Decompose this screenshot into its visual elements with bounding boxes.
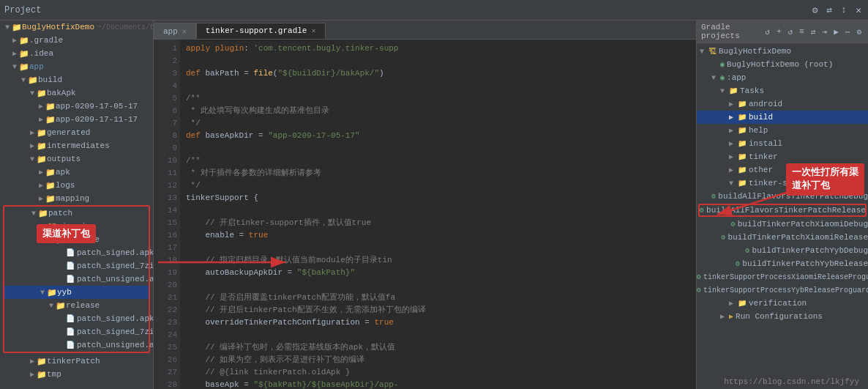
gradle-tinker[interactable]: ▶ 📁 tinker (697, 150, 868, 163)
expand-arrow[interactable]: ▼ (711, 74, 720, 82)
gradle-task-xiaomirelease[interactable]: ⚙ buildTinkerPatchXiaomiRelease (697, 231, 868, 244)
expand-arrow[interactable]: ▶ (37, 168, 45, 177)
tab-app[interactable]: app ✕ (154, 23, 196, 39)
tree-tinkerpatch[interactable]: ▶ 📁 tinkerPatch (0, 355, 153, 368)
expand-arrow[interactable]: ▶ (37, 102, 45, 111)
gradle-task-buildallflavorrelease[interactable]: ⚙ buildAllFlavorsTinkerPatchRelease (698, 204, 867, 217)
settings-icon[interactable]: ⚙ (810, 4, 820, 17)
gradle-add-icon[interactable]: + (774, 26, 784, 37)
gradle-install[interactable]: ▶ 📁 install (697, 137, 868, 150)
tree-app0209-1[interactable]: ▶ 📁 app-0209-17-05-17 (0, 100, 153, 113)
tree-tmp[interactable]: ▶ 📁 tmp (0, 368, 153, 381)
gradle-collapse-icon[interactable]: ⇥ (820, 26, 830, 37)
sort-icon[interactable]: ↕ (839, 4, 849, 17)
expand-arrow[interactable]: ▶ (28, 370, 37, 379)
gradle-tree[interactable]: ▼ 🏗 BuglyHotfixDemo ◉ BuglyHotfixDemo (r… (697, 43, 868, 389)
gradle-other[interactable]: ▶ 📁 other (697, 163, 868, 177)
expand-arrow[interactable]: ▼ (38, 289, 47, 297)
expand-arrow[interactable]: ▼ (38, 223, 47, 231)
gradle-task-buildallflavorsdebug[interactable]: ⚙ buildAllFlavorsTinkerPatchDebug (697, 190, 868, 203)
tree-patch-unsigned-apk[interactable]: 📄 patch_unsigned.apk (4, 273, 149, 286)
expand-arrow[interactable]: ▼ (28, 89, 37, 97)
expand-arrow[interactable]: ▶ (729, 126, 738, 135)
tab-tinker-support[interactable]: tinker-support.gradle ✕ (196, 23, 326, 39)
tree-app0209-2[interactable]: ▶ 📁 app-0209-17-11-17 (0, 113, 153, 126)
tree-yyb[interactable]: ▼ 📁 yyb (4, 286, 149, 299)
expand-arrow[interactable]: ▶ (10, 36, 19, 45)
tab-app-close[interactable]: ✕ (182, 27, 187, 36)
tree-yyb-patch-signed[interactable]: 📄 patch_signed.apk (4, 312, 149, 325)
expand-arrow[interactable]: ▶ (37, 115, 45, 124)
gradle-help[interactable]: ▶ 📁 help (697, 124, 868, 137)
gradle-expand-icon[interactable]: ⇄ (809, 26, 818, 37)
tree-outputs[interactable]: ▼ 📁 outputs (0, 152, 153, 166)
gradle-task-yybproguard[interactable]: ⚙ tinkerSupportProcessYybReleaseProguard (697, 284, 868, 297)
expand-arrow[interactable]: ▶ (720, 312, 729, 321)
tree-patch[interactable]: ▼ 📁 patch (4, 207, 149, 220)
gradle-more-icon[interactable]: ⋯ (843, 26, 853, 37)
expand-arrow[interactable]: ▼ (47, 302, 56, 310)
gradle-run-configs[interactable]: ▶ ▶ Run Configurations (697, 310, 868, 323)
tree-apk[interactable]: ▶ 📁 apk (0, 166, 153, 179)
expand-arrow[interactable]: ▶ (28, 128, 37, 137)
gradle-build[interactable]: ▶ 📁 build (697, 111, 868, 124)
expand-arrow[interactable]: ▼ (10, 63, 19, 71)
tree-xiaomi[interactable]: ▼ 📁 xiaomi (4, 220, 149, 233)
gradle-task-yybdebug[interactable]: ⚙ buildTinkerPatchYybDebug (697, 244, 868, 257)
tree-bakapk[interactable]: ▼ 📁 bakApk (0, 86, 153, 100)
gradle-app[interactable]: ▼ ◉ :app (697, 71, 868, 84)
expand-arrow[interactable]: ▼ (720, 87, 729, 95)
tree-gradle[interactable]: ▶ 📁 .gradle (0, 34, 153, 47)
expand-arrow[interactable]: ▼ (19, 76, 28, 84)
tab-tinker-close[interactable]: ✕ (311, 26, 315, 35)
gradle-task-xiaomiproguard[interactable]: ⚙ tinkerSupportProcessXiaomiReleaseProgu… (697, 270, 868, 284)
expand-arrow[interactable]: ▶ (10, 49, 19, 58)
gradle-root-entry[interactable]: ◉ BuglyHotfixDemo (root) (697, 58, 868, 71)
code-area[interactable]: 1234567891011121314151617181920212223242… (154, 40, 696, 389)
gradle-settings-icon[interactable]: ⚙ (854, 26, 864, 37)
tree-logs[interactable]: ▶ 📁 logs (0, 179, 153, 192)
expand-arrow[interactable]: ▶ (729, 152, 738, 161)
code-content[interactable]: apply plugin: 'com.tencent.bugly.tinker-… (180, 40, 696, 389)
expand-arrow[interactable]: ▶ (729, 139, 738, 148)
tree-patch-7zip-apk[interactable]: 📄 patch_signed_7zip.apk (4, 259, 149, 273)
expand-arrow[interactable]: ▶ (729, 113, 738, 122)
expand-arrow[interactable]: ▶ (37, 194, 45, 203)
expand-arrow[interactable]: ▶ (729, 299, 738, 308)
tree-yyb-patch-7zip[interactable]: 📄 patch_signed_7zip.apk (4, 325, 149, 338)
gradle-task-yybrelease[interactable]: ⚙ buildTinkerPatchYybRelease (697, 257, 868, 270)
expand-arrow[interactable]: ▼ (47, 236, 56, 244)
gradle-sync-icon[interactable]: ↺ (763, 26, 772, 37)
expand-arrow[interactable]: ▼ (700, 48, 708, 56)
gradle-verification[interactable]: ▶ 📁 verification (697, 297, 868, 310)
expand-arrow[interactable]: ▼ (729, 179, 738, 188)
tree-intermediates[interactable]: ▶ 📁 intermediates (0, 139, 153, 152)
expand-arrow[interactable]: ▶ (37, 181, 45, 190)
expand-arrow[interactable]: ▼ (3, 23, 12, 32)
expand-arrow[interactable]: ▶ (729, 100, 738, 108)
gradle-android[interactable]: ▶ 📁 android (697, 97, 868, 111)
tree-mapping[interactable]: ▶ 📁 mapping (0, 192, 153, 205)
gradle-tinker-support[interactable]: ▼ 📁 tinker-support (697, 177, 868, 190)
tree-app[interactable]: ▼ 📁 app (0, 60, 153, 73)
tree-root[interactable]: ▼ 📁 BuglyHotfixDemo ~/Documents/bugly/co… (0, 21, 153, 34)
tree-yyb-patch-unsigned[interactable]: 📄 patch_unsigned.apk (4, 338, 149, 352)
gradle-refresh-icon[interactable]: ↺ (786, 26, 796, 37)
expand-arrow[interactable]: ▶ (729, 166, 738, 174)
close-icon[interactable]: ✕ (853, 4, 864, 17)
tree-patch-signed-apk[interactable]: 📄 patch_signed.apk (4, 246, 149, 259)
tree-yyb-release[interactable]: ▼ 📁 release (4, 299, 149, 312)
gradle-tasks[interactable]: ▼ 📁 Tasks (697, 84, 868, 97)
gradle-list-icon[interactable]: ≡ (797, 26, 807, 37)
sync-icon[interactable]: ⇄ (825, 4, 835, 17)
tree-xiaomi-release[interactable]: ▼ 📁 release (4, 233, 149, 246)
gradle-task-xiaomidebug[interactable]: ⚙ buildTinkerPatchXiaomiDebug (697, 218, 868, 231)
expand-arrow[interactable]: ▼ (29, 210, 38, 218)
gradle-root[interactable]: ▼ 🏗 BuglyHotfixDemo (697, 45, 868, 58)
gradle-run-icon[interactable]: ▶ (831, 26, 841, 37)
expand-arrow[interactable]: ▶ (28, 141, 37, 150)
tree-generated[interactable]: ▶ 📁 generated (0, 126, 153, 139)
project-tree[interactable]: ▼ 📁 BuglyHotfixDemo ~/Documents/bugly/co… (0, 21, 153, 389)
expand-arrow[interactable]: ▶ (28, 357, 37, 366)
tree-idea[interactable]: ▶ 📁 .idea (0, 47, 153, 60)
